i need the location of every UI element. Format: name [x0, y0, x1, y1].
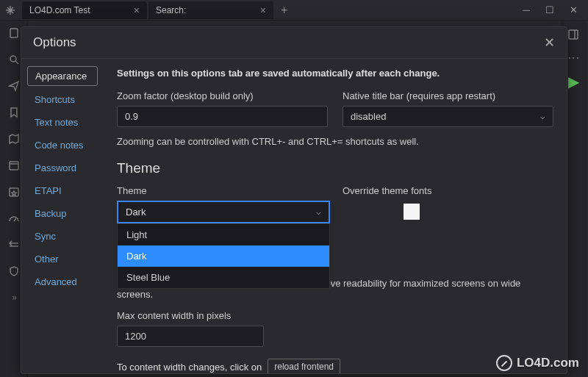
zoom-label: Zoom factor (desktop build only): [117, 90, 328, 101]
theme-dropdown: Light Dark Steel Blue: [117, 223, 330, 289]
nav-password[interactable]: Password: [27, 159, 98, 177]
svg-rect-0: [10, 29, 18, 37]
gauge-icon[interactable]: [7, 212, 21, 225]
info-text: Settings on this options tab are saved a…: [117, 68, 553, 79]
nav-other[interactable]: Other: [27, 250, 98, 268]
theme-label: Theme: [117, 185, 328, 196]
close-icon[interactable]: ×: [260, 4, 266, 16]
titlebar-value: disabled: [351, 111, 386, 122]
titlebar-select[interactable]: disabled ⌵: [343, 106, 553, 127]
options-modal: Options ✕ Appearance Shortcuts Text note…: [21, 26, 567, 374]
panel-icon[interactable]: [567, 28, 580, 41]
close-window-button[interactable]: ✕: [563, 3, 584, 18]
theme-option-dark[interactable]: Dark: [118, 245, 329, 267]
chevron-down-icon: ⌵: [540, 112, 545, 121]
modal-title: Options: [33, 35, 76, 50]
max-width-input[interactable]: [117, 326, 264, 347]
close-icon[interactable]: ✕: [544, 35, 555, 51]
note-icon[interactable]: [7, 26, 21, 40]
chevron-down-icon: ⌵: [316, 207, 321, 217]
nav-code-notes[interactable]: Code notes: [27, 136, 98, 154]
download-icon: [496, 355, 512, 371]
tab-title: Search:: [156, 5, 256, 15]
options-content: Settings on this options tab are saved a…: [104, 59, 567, 373]
app-icon: [4, 4, 16, 16]
search-icon[interactable]: [7, 53, 21, 66]
tab-title: LO4D.com Test: [29, 5, 129, 15]
map-icon[interactable]: [7, 132, 21, 146]
shield-icon[interactable]: [7, 265, 21, 278]
options-nav: Appearance Shortcuts Text notes Code not…: [21, 59, 104, 373]
zoom-hint: Zooming can be controlled with CTRL+- an…: [117, 136, 553, 147]
maximize-button[interactable]: ☐: [539, 3, 560, 18]
reload-frontend-button[interactable]: reload frontend: [268, 359, 340, 373]
calendar-icon[interactable]: [7, 159, 21, 172]
star-calendar-icon[interactable]: [7, 185, 21, 198]
override-label: Override theme fonts: [343, 185, 553, 196]
nav-appearance[interactable]: Appearance: [27, 66, 98, 86]
tab-2[interactable]: Search: ×: [148, 1, 273, 19]
kebab-icon[interactable]: ⋮: [567, 51, 580, 65]
collapse-icon[interactable]: [7, 238, 21, 251]
minimize-button[interactable]: ─: [516, 3, 537, 18]
override-fonts-checkbox[interactable]: [404, 204, 420, 220]
nav-backup[interactable]: Backup: [27, 204, 98, 223]
watermark-text: LO4D.com: [517, 356, 579, 370]
nav-etapi[interactable]: ETAPI: [27, 182, 98, 200]
svg-point-1: [10, 56, 16, 62]
nav-text-notes[interactable]: Text notes: [27, 113, 98, 132]
bookmark-icon[interactable]: [7, 106, 21, 119]
expand-icon[interactable]: »: [7, 291, 21, 304]
send-icon[interactable]: [7, 79, 21, 93]
tab-1[interactable]: LO4D.com Test ×: [22, 1, 147, 19]
watermark: LO4D.com: [496, 355, 579, 371]
new-tab-button[interactable]: +: [275, 4, 293, 17]
svg-rect-4: [569, 30, 578, 39]
max-width-label: Max content width in pixels: [117, 310, 553, 321]
theme-value: Dark: [126, 207, 146, 218]
nav-sync[interactable]: Sync: [27, 227, 98, 245]
titlebar-label: Native title bar (requires app restart): [343, 90, 553, 101]
nav-advanced[interactable]: Advanced: [27, 273, 98, 291]
nav-shortcuts[interactable]: Shortcuts: [27, 90, 98, 109]
close-icon[interactable]: ×: [134, 4, 140, 16]
theme-option-steel-blue[interactable]: Steel Blue: [118, 267, 329, 288]
svg-rect-2: [10, 162, 18, 170]
theme-option-light[interactable]: Light: [118, 224, 329, 245]
theme-select[interactable]: Dark ⌵: [117, 201, 330, 223]
theme-heading: Theme: [117, 160, 553, 176]
reload-prefix: To content width changes, click on: [117, 362, 262, 373]
zoom-input[interactable]: [117, 106, 328, 127]
play-icon[interactable]: ▶: [567, 75, 580, 88]
